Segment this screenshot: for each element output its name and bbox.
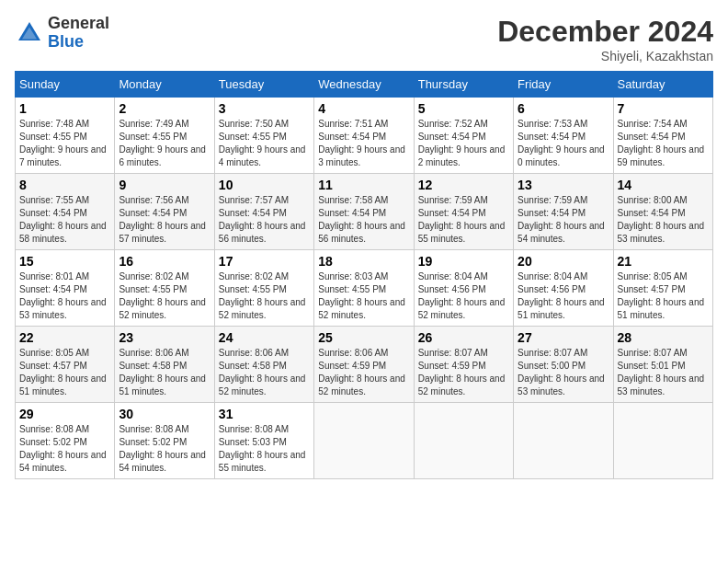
calendar-cell: 31Sunrise: 8:08 AMSunset: 5:03 PMDayligh… xyxy=(214,403,313,479)
calendar-cell: 21Sunrise: 8:05 AMSunset: 4:57 PMDayligh… xyxy=(613,250,712,327)
calendar-cell: 20Sunrise: 8:04 AMSunset: 4:56 PMDayligh… xyxy=(514,250,613,327)
logo-general-text: General xyxy=(48,14,109,32)
day-number: 19 xyxy=(418,254,509,269)
calendar-cell: 13Sunrise: 7:59 AMSunset: 4:54 PMDayligh… xyxy=(514,174,613,250)
day-info: Sunrise: 8:01 AMSunset: 4:54 PMDaylight:… xyxy=(19,270,110,322)
day-number: 31 xyxy=(219,407,310,421)
location-title: Shiyeli, Kazakhstan xyxy=(497,49,713,63)
page-header: General Blue December 2024 Shiyeli, Kaza… xyxy=(15,15,713,63)
day-info: Sunrise: 8:08 AMSunset: 5:03 PMDaylight:… xyxy=(219,423,310,475)
day-info: Sunrise: 8:04 AMSunset: 4:56 PMDaylight:… xyxy=(418,270,509,322)
day-number: 5 xyxy=(418,101,509,116)
day-number: 10 xyxy=(219,178,310,192)
calendar-cell: 14Sunrise: 8:00 AMSunset: 4:54 PMDayligh… xyxy=(613,174,712,250)
calendar-week-row: 22Sunrise: 8:05 AMSunset: 4:57 PMDayligh… xyxy=(16,327,713,403)
calendar-cell: 29Sunrise: 8:08 AMSunset: 5:02 PMDayligh… xyxy=(16,403,115,479)
day-info: Sunrise: 8:08 AMSunset: 5:02 PMDaylight:… xyxy=(119,423,210,475)
day-number: 3 xyxy=(219,101,310,116)
day-number: 2 xyxy=(119,101,210,116)
day-info: Sunrise: 8:06 AMSunset: 4:58 PMDaylight:… xyxy=(219,347,310,398)
calendar-header-row: SundayMondayTuesdayWednesdayThursdayFrid… xyxy=(16,72,713,98)
calendar-week-row: 29Sunrise: 8:08 AMSunset: 5:02 PMDayligh… xyxy=(16,403,713,479)
calendar-cell: 8Sunrise: 7:55 AMSunset: 4:54 PMDaylight… xyxy=(16,174,115,250)
day-info: Sunrise: 8:00 AMSunset: 4:54 PMDaylight:… xyxy=(618,194,709,246)
calendar-cell: 5Sunrise: 7:52 AMSunset: 4:54 PMDaylight… xyxy=(414,98,513,174)
day-number: 29 xyxy=(19,407,110,421)
calendar-cell: 18Sunrise: 8:03 AMSunset: 4:55 PMDayligh… xyxy=(314,250,414,327)
day-info: Sunrise: 7:49 AMSunset: 4:55 PMDaylight:… xyxy=(119,118,210,169)
logo-blue-text: Blue xyxy=(48,32,84,51)
day-number: 21 xyxy=(618,254,709,269)
day-number: 28 xyxy=(618,330,709,345)
day-number: 18 xyxy=(318,254,409,269)
day-number: 14 xyxy=(618,178,709,192)
day-number: 26 xyxy=(418,330,509,345)
calendar-cell: 24Sunrise: 8:06 AMSunset: 4:58 PMDayligh… xyxy=(214,327,313,403)
calendar-cell xyxy=(514,403,613,479)
logo: General Blue xyxy=(15,15,109,52)
day-info: Sunrise: 8:04 AMSunset: 4:56 PMDaylight:… xyxy=(518,270,609,322)
day-info: Sunrise: 7:51 AMSunset: 4:54 PMDaylight:… xyxy=(318,118,409,169)
calendar-cell xyxy=(613,403,712,479)
calendar-cell: 26Sunrise: 8:07 AMSunset: 4:59 PMDayligh… xyxy=(414,327,513,403)
calendar-cell xyxy=(314,403,414,479)
calendar-cell: 3Sunrise: 7:50 AMSunset: 4:55 PMDaylight… xyxy=(214,98,313,174)
day-number: 6 xyxy=(518,101,609,116)
calendar-cell: 22Sunrise: 8:05 AMSunset: 4:57 PMDayligh… xyxy=(16,327,115,403)
day-info: Sunrise: 8:07 AMSunset: 5:01 PMDaylight:… xyxy=(618,347,709,398)
day-info: Sunrise: 7:57 AMSunset: 4:54 PMDaylight:… xyxy=(219,194,310,246)
day-number: 7 xyxy=(618,101,709,116)
calendar-cell: 27Sunrise: 8:07 AMSunset: 5:00 PMDayligh… xyxy=(514,327,613,403)
calendar-cell: 28Sunrise: 8:07 AMSunset: 5:01 PMDayligh… xyxy=(613,327,712,403)
calendar-cell: 25Sunrise: 8:06 AMSunset: 4:59 PMDayligh… xyxy=(314,327,414,403)
calendar-cell: 15Sunrise: 8:01 AMSunset: 4:54 PMDayligh… xyxy=(16,250,115,327)
day-info: Sunrise: 7:52 AMSunset: 4:54 PMDaylight:… xyxy=(418,118,509,169)
calendar-table: SundayMondayTuesdayWednesdayThursdayFrid… xyxy=(15,71,713,479)
day-info: Sunrise: 8:08 AMSunset: 5:02 PMDaylight:… xyxy=(19,423,110,475)
calendar-week-row: 15Sunrise: 8:01 AMSunset: 4:54 PMDayligh… xyxy=(16,250,713,327)
calendar-cell: 12Sunrise: 7:59 AMSunset: 4:54 PMDayligh… xyxy=(414,174,513,250)
day-info: Sunrise: 8:05 AMSunset: 4:57 PMDaylight:… xyxy=(19,347,110,398)
day-info: Sunrise: 7:50 AMSunset: 4:55 PMDaylight:… xyxy=(219,118,310,169)
day-number: 11 xyxy=(318,178,409,192)
weekday-header: Thursday xyxy=(414,72,513,98)
day-info: Sunrise: 8:06 AMSunset: 4:58 PMDaylight:… xyxy=(119,347,210,398)
calendar-cell: 6Sunrise: 7:53 AMSunset: 4:54 PMDaylight… xyxy=(514,98,613,174)
calendar-cell: 10Sunrise: 7:57 AMSunset: 4:54 PMDayligh… xyxy=(214,174,313,250)
calendar-cell: 7Sunrise: 7:54 AMSunset: 4:54 PMDaylight… xyxy=(613,98,712,174)
day-number: 17 xyxy=(219,254,310,269)
day-info: Sunrise: 7:59 AMSunset: 4:54 PMDaylight:… xyxy=(518,194,609,246)
day-number: 15 xyxy=(19,254,110,269)
title-section: December 2024 Shiyeli, Kazakhstan xyxy=(497,15,713,63)
month-title: December 2024 xyxy=(497,15,713,49)
day-info: Sunrise: 8:07 AMSunset: 4:59 PMDaylight:… xyxy=(418,347,509,398)
day-info: Sunrise: 8:02 AMSunset: 4:55 PMDaylight:… xyxy=(119,270,210,322)
calendar-cell: 23Sunrise: 8:06 AMSunset: 4:58 PMDayligh… xyxy=(115,327,214,403)
day-number: 22 xyxy=(19,330,110,345)
day-info: Sunrise: 7:54 AMSunset: 4:54 PMDaylight:… xyxy=(618,118,709,169)
day-info: Sunrise: 8:07 AMSunset: 5:00 PMDaylight:… xyxy=(518,347,609,398)
day-number: 24 xyxy=(219,330,310,345)
day-info: Sunrise: 8:02 AMSunset: 4:55 PMDaylight:… xyxy=(219,270,310,322)
day-number: 27 xyxy=(518,330,609,345)
day-info: Sunrise: 7:53 AMSunset: 4:54 PMDaylight:… xyxy=(518,118,609,169)
logo-icon xyxy=(15,18,44,48)
calendar-cell: 30Sunrise: 8:08 AMSunset: 5:02 PMDayligh… xyxy=(115,403,214,479)
day-number: 12 xyxy=(418,178,509,192)
weekday-header: Sunday xyxy=(16,72,115,98)
day-number: 13 xyxy=(518,178,609,192)
calendar-cell: 1Sunrise: 7:48 AMSunset: 4:55 PMDaylight… xyxy=(16,98,115,174)
day-info: Sunrise: 8:03 AMSunset: 4:55 PMDaylight:… xyxy=(318,270,409,322)
weekday-header: Saturday xyxy=(613,72,712,98)
weekday-header: Tuesday xyxy=(214,72,313,98)
calendar-cell: 4Sunrise: 7:51 AMSunset: 4:54 PMDaylight… xyxy=(314,98,414,174)
day-number: 1 xyxy=(19,101,110,116)
calendar-cell: 19Sunrise: 8:04 AMSunset: 4:56 PMDayligh… xyxy=(414,250,513,327)
day-info: Sunrise: 7:59 AMSunset: 4:54 PMDaylight:… xyxy=(418,194,509,246)
day-number: 4 xyxy=(318,101,409,116)
day-info: Sunrise: 7:48 AMSunset: 4:55 PMDaylight:… xyxy=(19,118,110,169)
day-info: Sunrise: 8:06 AMSunset: 4:59 PMDaylight:… xyxy=(318,347,409,398)
day-number: 25 xyxy=(318,330,409,345)
day-info: Sunrise: 7:55 AMSunset: 4:54 PMDaylight:… xyxy=(19,194,110,246)
weekday-header: Wednesday xyxy=(314,72,414,98)
